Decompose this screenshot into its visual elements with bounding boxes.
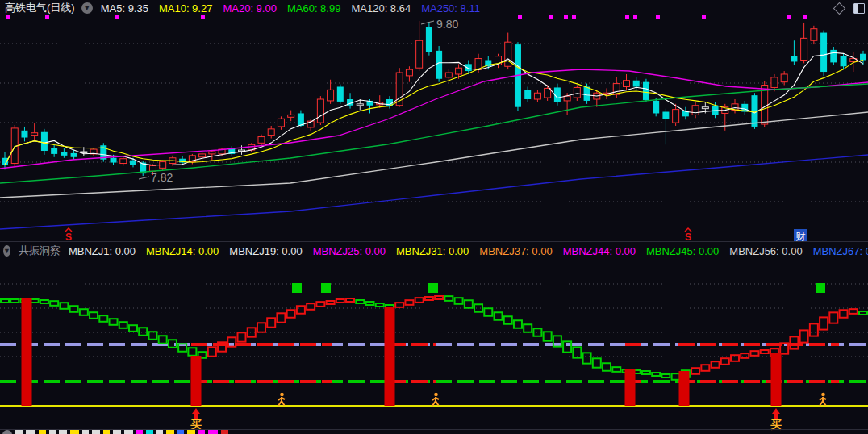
clipped-text-fragment [70, 430, 79, 434]
wave-box [840, 310, 848, 318]
chevron-down-icon[interactable]: ▼ [3, 245, 10, 257]
candle [791, 56, 797, 62]
clipped-text-fragment [15, 430, 23, 434]
wave-box [346, 298, 354, 302]
wave-box [208, 347, 216, 356]
clipped-text-fragment [124, 430, 133, 434]
candle [61, 152, 67, 156]
indicator-name: 共振洞察 [19, 244, 61, 258]
legend-item: MA20: 9.00 [223, 2, 277, 15]
clipped-text-fragment [103, 430, 110, 434]
chevron-circle-icon[interactable] [2, 430, 12, 434]
clipped-text-fragment [166, 430, 174, 434]
wave-box [267, 318, 275, 327]
clipped-text-fragment [177, 430, 184, 434]
wave-box [474, 304, 482, 312]
signal-bar [625, 369, 636, 406]
candle [120, 159, 127, 164]
candle [31, 133, 38, 136]
chart-canvas[interactable]: 9.807.82SS财 买买 [0, 0, 868, 434]
price-label-leader [139, 177, 149, 179]
wave-box [297, 306, 305, 314]
legend-item: MBNZJ67: 0.00 [813, 245, 868, 257]
wave-box [366, 302, 374, 305]
candle [317, 99, 323, 123]
candle [209, 152, 215, 154]
ma-line-ma10 [5, 60, 863, 165]
candle [130, 161, 136, 165]
cai-badge: 财 [796, 231, 806, 242]
candle [534, 93, 540, 99]
wave-box [750, 351, 758, 356]
wave-box [238, 332, 246, 341]
panel-divider[interactable] [0, 241, 868, 242]
wave-box [642, 371, 650, 374]
wave-box [287, 310, 295, 318]
stock-title: 高铁电气(日线) [5, 1, 75, 15]
candle [811, 29, 817, 41]
indicator-panel[interactable]: 买买 [0, 283, 868, 431]
candle [436, 51, 442, 79]
wave-box [514, 320, 522, 328]
wave-box [139, 328, 147, 336]
candle [574, 87, 580, 98]
wave-box [415, 298, 424, 303]
clipped-text-fragment [198, 430, 205, 434]
wave-box [119, 322, 127, 328]
top-square-marker [816, 283, 825, 293]
clipped-text-fragment [156, 430, 163, 434]
signal-bar [771, 353, 782, 406]
ma-line-ma120 [0, 112, 868, 198]
candle [820, 33, 827, 73]
candle [830, 50, 837, 63]
clipped-text-fragment [136, 430, 143, 434]
clipped-text-fragment [26, 430, 35, 434]
wave-box [80, 309, 88, 315]
wave-box [701, 365, 709, 371]
clipped-text-fragment [208, 430, 218, 434]
wave-box [376, 303, 384, 307]
chevron-down-icon[interactable]: ▼ [81, 2, 93, 14]
diamond-icon[interactable] [833, 2, 846, 15]
candle [258, 137, 265, 144]
legend-item: MBNZJ14: 0.00 [146, 245, 219, 257]
candle [505, 42, 511, 66]
wave-box [731, 355, 739, 361]
price-label-leader [421, 21, 434, 24]
main-price-chart[interactable]: 9.807.82SS财 [0, 15, 868, 243]
candle [643, 82, 649, 100]
legend-item: MA10: 9.27 [159, 2, 213, 15]
top-square-marker [321, 283, 331, 293]
candle [406, 69, 412, 76]
wave-box [603, 363, 611, 371]
wave-box [524, 324, 532, 332]
wave-box [761, 350, 769, 353]
walking-person-icon [432, 393, 439, 406]
buy-arrow [192, 408, 200, 414]
ma-line-ma20 [0, 69, 868, 169]
ma-line-ma250 [0, 155, 868, 229]
wave-box [829, 312, 837, 323]
legend-item: MA5: 9.35 [101, 2, 148, 15]
legend-item: MA250: 8.11 [421, 2, 480, 15]
wave-box [129, 325, 137, 332]
candle [692, 106, 699, 115]
indicator-header: ▼ 共振洞察 MBNZJ1: 0.00MBNZJ14: 0.00MBNZJ19:… [0, 243, 868, 259]
wave-box [672, 373, 680, 380]
candle [416, 40, 423, 68]
walking-person-icon [820, 393, 826, 406]
wave-box [159, 336, 167, 344]
candle [662, 112, 669, 119]
wave-box [484, 308, 492, 316]
wave-box [356, 300, 364, 303]
wave-box [277, 313, 285, 322]
candle [445, 73, 452, 77]
candle [111, 158, 117, 163]
buy-arrow [772, 408, 780, 414]
layout-split-icon[interactable] [853, 3, 865, 14]
clipped-text-fragment [92, 430, 100, 434]
candle [564, 96, 570, 101]
ma-line-ma60 [0, 84, 868, 183]
candle [41, 132, 48, 151]
wave-box [652, 373, 660, 376]
